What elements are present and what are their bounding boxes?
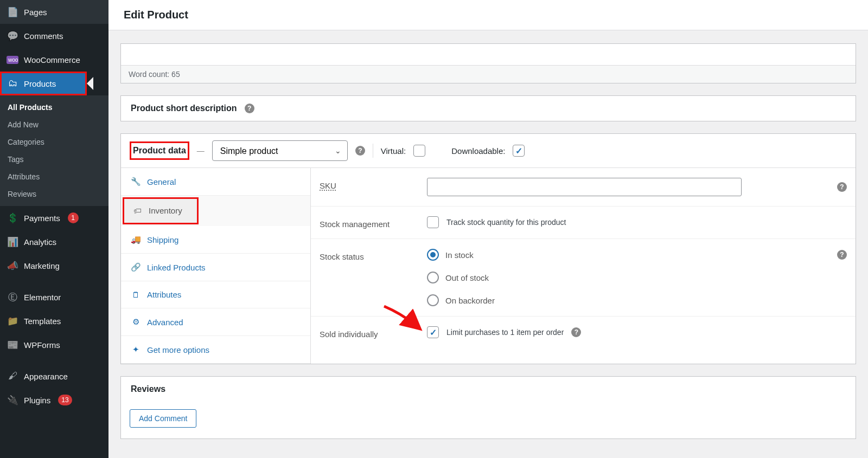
virtual-checkbox[interactable]	[413, 145, 425, 157]
templates-icon: 📁	[7, 315, 18, 327]
spark-icon: ✦	[131, 345, 141, 354]
stock-status-option-instock[interactable]: In stock	[427, 249, 495, 261]
sold-individually-label: Sold individually	[320, 326, 416, 339]
link-icon: 🔗	[131, 262, 141, 272]
tab-advanced[interactable]: ⚙ Advanced	[121, 308, 310, 336]
product-data-tabs: 🔧 General 🏷 Inventory 🚚 Shipping 🔗 Linke…	[121, 168, 311, 364]
submenu-tags[interactable]: Tags	[0, 151, 108, 168]
payments-icon: 💲	[7, 212, 18, 224]
analytics-icon: 📊	[7, 236, 18, 248]
help-icon[interactable]: ?	[245, 104, 254, 113]
product-data-title: Product data	[130, 141, 189, 160]
stock-mgmt-label: Stock management	[320, 216, 416, 229]
sidebar-item-wpforms[interactable]: 📰 WPForms	[0, 333, 108, 357]
sidebar-item-analytics[interactable]: 📊 Analytics	[0, 230, 108, 254]
help-icon[interactable]: ?	[837, 250, 847, 260]
metabox-title: Product short description	[131, 104, 237, 113]
sidebar-item-payments[interactable]: 💲 Payments 1	[0, 206, 108, 230]
tab-shipping[interactable]: 🚚 Shipping	[121, 226, 310, 254]
help-icon[interactable]: ?	[355, 146, 365, 156]
stock-status-label: Stock status	[320, 249, 416, 261]
sku-label: SKU	[320, 178, 416, 190]
submenu-add-new[interactable]: Add New	[0, 116, 108, 133]
appearance-icon: 🖌	[7, 371, 18, 382]
plugins-icon: 🔌	[7, 395, 18, 406]
products-submenu: All Products Add New Categories Tags Att…	[0, 95, 108, 206]
sold-individually-text: Limit purchases to 1 item per order	[446, 328, 564, 337]
submenu-attributes[interactable]: Attributes	[0, 168, 108, 185]
sidebar-item-elementor[interactable]: Ⓔ Elementor	[0, 285, 108, 309]
virtual-label: Virtual:	[381, 146, 406, 156]
tab-more-options[interactable]: ✦ Get more options	[121, 336, 310, 364]
sidebar-item-label: Elementor	[24, 293, 61, 302]
sidebar-item-label: Products	[24, 79, 56, 88]
sidebar-item-woocommerce[interactable]: woo WooCommerce	[0, 48, 108, 72]
stock-status-option-backorder[interactable]: On backorder	[427, 294, 495, 306]
wpforms-icon: 📰	[7, 339, 18, 351]
radio-icon	[427, 249, 439, 261]
woocommerce-icon: woo	[7, 56, 18, 64]
downloadable-checkbox[interactable]	[513, 145, 525, 157]
short-description-metabox: Product short description ?	[120, 95, 856, 121]
row-sold-individually: Sold individually Limit purchases to 1 i…	[311, 316, 856, 349]
help-icon[interactable]: ?	[837, 182, 847, 192]
word-count: Word count: 65	[121, 66, 856, 83]
add-comment-button[interactable]: Add Comment	[130, 409, 196, 428]
sidebar-item-label: Marketing	[24, 261, 60, 270]
sidebar-item-label: Comments	[24, 31, 63, 41]
sidebar-item-label: WooCommerce	[24, 55, 80, 64]
admin-sidebar: 📄 Pages 💬 Comments woo WooCommerce 🗂 Pro…	[0, 0, 108, 458]
submenu-all-products[interactable]: All Products	[0, 99, 108, 116]
product-type-select[interactable]: Simple product	[212, 140, 348, 161]
sidebar-item-label: Analytics	[24, 237, 56, 247]
track-stock-checkbox[interactable]	[427, 216, 439, 228]
sidebar-item-label: Appearance	[24, 372, 68, 381]
marketing-icon: 📣	[7, 260, 18, 272]
stock-status-option-outofstock[interactable]: Out of stock	[427, 272, 495, 283]
sidebar-item-label: Templates	[24, 317, 61, 326]
comments-icon: 💬	[7, 30, 18, 42]
metabox-title: Reviews	[131, 384, 165, 394]
separator-dash: —	[197, 146, 205, 155]
sidebar-item-marketing[interactable]: 📣 Marketing	[0, 254, 108, 278]
sidebar-item-comments[interactable]: 💬 Comments	[0, 24, 108, 48]
editor-body-placeholder	[121, 44, 856, 66]
reviews-metabox: Reviews Add Comment	[120, 376, 856, 439]
tab-linked-products[interactable]: 🔗 Linked Products	[121, 254, 310, 281]
badge: 13	[58, 395, 72, 405]
products-icon: 🗂	[7, 78, 18, 89]
sold-individually-checkbox[interactable]	[427, 326, 439, 338]
radio-icon	[427, 294, 439, 306]
main-content: Edit Product Word count: 65 Product shor…	[108, 0, 868, 458]
editor-statusbar-box: Word count: 65	[120, 43, 856, 83]
track-stock-text: Track stock quantity for this product	[446, 218, 566, 227]
list-icon: 🗒	[131, 290, 141, 299]
badge: 1	[68, 212, 79, 223]
sidebar-item-pages[interactable]: 📄 Pages	[0, 0, 108, 24]
product-data-metabox: Product data — Simple product ⌄ ? Virtua…	[120, 133, 856, 364]
row-stock-management: Stock management Track stock quantity fo…	[311, 206, 856, 238]
elementor-icon: Ⓔ	[7, 291, 18, 304]
tab-attributes[interactable]: 🗒 Attributes	[121, 281, 310, 308]
sidebar-item-plugins[interactable]: 🔌 Plugins 13	[0, 388, 108, 412]
sidebar-item-appearance[interactable]: 🖌 Appearance	[0, 364, 108, 388]
truck-icon: 🚚	[131, 235, 141, 244]
sidebar-item-label: WPForms	[24, 340, 60, 350]
tab-inventory[interactable]: 🏷 Inventory	[123, 197, 199, 224]
gear-icon: ⚙	[131, 317, 141, 327]
wrench-icon: 🔧	[131, 177, 141, 186]
row-sku: SKU ?	[311, 168, 856, 206]
product-data-header: Product data — Simple product ⌄ ? Virtua…	[121, 134, 856, 168]
submenu-reviews[interactable]: Reviews	[0, 185, 108, 203]
page-title: Edit Product	[108, 0, 868, 30]
sidebar-item-products[interactable]: 🗂 Products	[0, 72, 87, 95]
sidebar-item-label: Payments	[24, 214, 60, 223]
sidebar-item-label: Pages	[24, 8, 47, 17]
tab-general[interactable]: 🔧 General	[121, 168, 310, 196]
help-icon[interactable]: ?	[571, 327, 581, 337]
inventory-panel: SKU ? Stock management Track stock quant…	[311, 168, 856, 364]
submenu-categories[interactable]: Categories	[0, 133, 108, 151]
sku-input[interactable]	[427, 178, 742, 196]
sidebar-item-templates[interactable]: 📁 Templates	[0, 309, 108, 333]
separator	[373, 144, 373, 158]
